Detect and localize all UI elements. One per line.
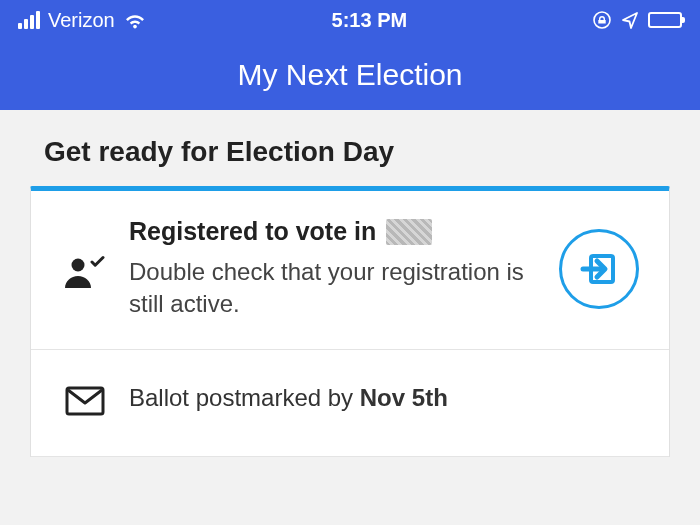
wifi-icon (123, 11, 147, 29)
election-card: Registered to vote in Double check that … (30, 186, 670, 457)
section-heading: Get ready for Election Day (44, 136, 670, 168)
registration-title: Registered to vote in (129, 217, 535, 246)
location-redacted (386, 219, 432, 245)
status-right (592, 10, 682, 30)
registration-action-button[interactable] (559, 229, 639, 309)
location-arrow-icon (620, 10, 640, 30)
ballot-deadline: Nov 5th (360, 384, 448, 411)
signal-bars-icon (18, 11, 40, 29)
person-check-icon (63, 249, 107, 289)
registration-title-text: Registered to vote in (129, 217, 376, 246)
ballot-body: Ballot postmarked by Nov 5th (129, 384, 641, 412)
mail-icon (63, 380, 107, 416)
enter-arrow-icon (579, 249, 619, 289)
ballot-prefix: Ballot postmarked by (129, 384, 360, 411)
content-area: Get ready for Election Day Registered to… (0, 110, 700, 457)
ballot-text: Ballot postmarked by Nov 5th (129, 384, 448, 411)
status-bar: Verizon 5:13 PM (0, 0, 700, 40)
page-title: My Next Election (237, 58, 462, 92)
carrier-label: Verizon (48, 9, 115, 32)
status-time: 5:13 PM (332, 9, 408, 32)
registration-body: Registered to vote in Double check that … (129, 217, 535, 321)
registration-row[interactable]: Registered to vote in Double check that … (31, 191, 669, 350)
ballot-row[interactable]: Ballot postmarked by Nov 5th (31, 350, 669, 457)
nav-bar: My Next Election (0, 40, 700, 110)
battery-icon (648, 12, 682, 28)
rotation-lock-icon (592, 10, 612, 30)
status-left: Verizon (18, 9, 147, 32)
svg-point-1 (72, 258, 85, 271)
registration-subtitle: Double check that your registration is s… (129, 256, 535, 321)
